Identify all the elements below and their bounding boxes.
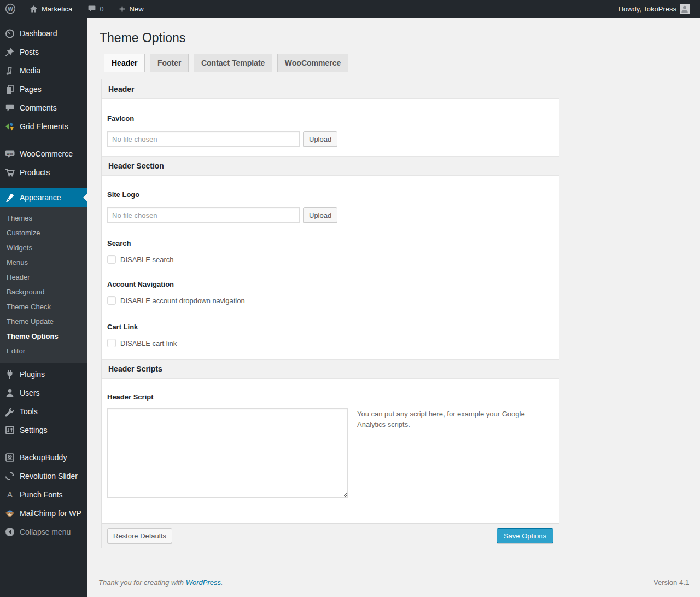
section-title: Header Section bbox=[108, 161, 164, 170]
sidebar-item-media[interactable]: Media bbox=[0, 61, 88, 80]
home-icon bbox=[29, 4, 38, 14]
restore-defaults-button[interactable]: Restore Defaults bbox=[107, 528, 172, 543]
section-title: Header bbox=[108, 85, 134, 94]
disable-cart-checkbox[interactable] bbox=[107, 339, 116, 347]
sidebar-item-woocommerce[interactable]: Woo WooCommerce bbox=[0, 144, 88, 163]
appearance-submenu: Themes Customize Widgets Menus Header Ba… bbox=[0, 207, 88, 363]
disable-account-checkbox[interactable] bbox=[107, 296, 116, 305]
submenu-item-themes[interactable]: Themes bbox=[0, 211, 88, 225]
submenu-item-header[interactable]: Header bbox=[0, 270, 88, 285]
tab-header[interactable]: Header bbox=[104, 54, 145, 72]
section-header-scripts-bar: Header Scripts bbox=[102, 359, 559, 379]
favicon-label: Favicon bbox=[107, 114, 553, 123]
submenu-item-theme-check[interactable]: Theme Check bbox=[0, 299, 88, 314]
new-content-menu[interactable]: New bbox=[113, 0, 149, 18]
sidebar-item-label: Collapse menu bbox=[20, 528, 71, 536]
disable-search-row: DISABLE search bbox=[107, 255, 553, 264]
submenu-label: Themes bbox=[7, 214, 32, 222]
section-header-section-bar: Header Section bbox=[102, 156, 559, 176]
sidebar-item-punch-fonts[interactable]: A Punch Fonts bbox=[0, 485, 88, 504]
comments-menu[interactable]: 0 bbox=[83, 0, 108, 18]
tab-contact-template[interactable]: Contact Template bbox=[194, 54, 272, 72]
submenu-label: Editor bbox=[7, 347, 25, 355]
sidebar-item-label: Users bbox=[20, 389, 40, 397]
backup-drive-icon bbox=[4, 452, 15, 463]
sidebar-item-revolution-slider[interactable]: Revolution Slider bbox=[0, 467, 88, 485]
submenu-item-theme-options[interactable]: Theme Options bbox=[0, 329, 88, 344]
site-logo-upload-button[interactable]: Upload bbox=[303, 207, 337, 223]
submenu-label: Widgets bbox=[7, 244, 32, 252]
woocommerce-badge-icon: Woo bbox=[4, 148, 15, 159]
comment-bubble-icon bbox=[88, 4, 96, 13]
sidebar-item-tools[interactable]: Tools bbox=[0, 402, 88, 421]
thanks-period: . bbox=[221, 578, 223, 587]
sidebar-item-label: Settings bbox=[20, 426, 48, 434]
sidebar-item-label: Products bbox=[20, 169, 50, 176]
submenu-label: Theme Check bbox=[7, 303, 51, 311]
sidebar-item-appearance[interactable]: Appearance bbox=[0, 188, 88, 207]
page-footer: Thank you for creating with WordPress. V… bbox=[98, 578, 689, 594]
cart-icon bbox=[4, 167, 15, 178]
submenu-item-menus[interactable]: Menus bbox=[0, 255, 88, 270]
sidebar-item-dashboard[interactable]: Dashboard bbox=[0, 24, 88, 43]
my-account-menu[interactable]: Howdy, TokoPress bbox=[614, 0, 695, 18]
settings-icon bbox=[4, 425, 15, 436]
sidebar-item-posts[interactable]: Posts bbox=[0, 43, 88, 61]
sidebar-item-plugins[interactable]: Plugins bbox=[0, 365, 88, 384]
theme-options-panel: Header Favicon Upload Header Section Sit… bbox=[101, 79, 559, 548]
tab-woocommerce[interactable]: WooCommerce bbox=[277, 54, 348, 72]
tab-footer[interactable]: Footer bbox=[150, 54, 189, 72]
circular-arrows-icon bbox=[4, 471, 15, 482]
menu-separator bbox=[0, 182, 88, 188]
disable-search-checkbox[interactable] bbox=[107, 255, 116, 264]
section-header-section-body: Site Logo Upload Search DISABLE search A… bbox=[102, 190, 559, 347]
disable-cart-label: DISABLE cart link bbox=[120, 339, 177, 347]
submenu-label: Theme Update bbox=[7, 317, 54, 326]
mailchimp-monkey-icon bbox=[4, 508, 15, 519]
submenu-label: Customize bbox=[7, 229, 40, 237]
dashboard-icon bbox=[4, 28, 15, 39]
plugin-icon bbox=[4, 369, 15, 380]
submenu-item-theme-update[interactable]: Theme Update bbox=[0, 314, 88, 329]
collapse-menu-button[interactable]: Collapse menu bbox=[0, 523, 88, 541]
sidebar-item-pages[interactable]: Pages bbox=[0, 80, 88, 98]
submenu-item-customize[interactable]: Customize bbox=[0, 225, 88, 240]
header-script-textarea[interactable] bbox=[107, 408, 348, 498]
theme-options-tabs: Header Footer Contact Template WooCommer… bbox=[98, 54, 689, 72]
sidebar-item-comments[interactable]: Comments bbox=[0, 98, 88, 117]
avatar bbox=[680, 4, 690, 14]
sidebar-item-label: Grid Elements bbox=[20, 123, 68, 130]
version-label: Version 4.1 bbox=[654, 578, 689, 587]
media-icon bbox=[4, 65, 15, 76]
wordpress-logo-menu[interactable]: W bbox=[0, 0, 21, 18]
sidebar-item-products[interactable]: Products bbox=[0, 163, 88, 182]
sidebar-item-label: BackupBuddy bbox=[20, 454, 67, 461]
site-logo-input[interactable] bbox=[107, 207, 300, 223]
grid-elements-icon bbox=[4, 121, 15, 132]
footer-thanks: Thank you for creating with WordPress. bbox=[98, 578, 223, 587]
submenu-label: Background bbox=[7, 288, 44, 296]
site-logo-upload-row: Upload bbox=[107, 207, 553, 223]
sidebar-item-grid-elements[interactable]: Grid Elements bbox=[0, 117, 88, 136]
admin-bar: W Marketica 0 bbox=[0, 0, 700, 18]
header-script-help: You can put any script here, for example… bbox=[357, 408, 527, 498]
save-options-button[interactable]: Save Options bbox=[497, 528, 553, 543]
site-logo-label: Site Logo bbox=[107, 190, 553, 199]
sidebar-item-label: MailChimp for WP bbox=[20, 509, 81, 517]
favicon-input[interactable] bbox=[107, 131, 300, 147]
comments-icon bbox=[4, 102, 15, 113]
submenu-item-background[interactable]: Background bbox=[0, 285, 88, 299]
new-label: New bbox=[130, 5, 144, 13]
sidebar-item-settings[interactable]: Settings bbox=[0, 421, 88, 439]
submenu-item-editor[interactable]: Editor bbox=[0, 344, 88, 358]
favicon-upload-button[interactable]: Upload bbox=[303, 131, 337, 147]
page-title: Theme Options bbox=[100, 30, 689, 46]
sidebar-item-users[interactable]: Users bbox=[0, 384, 88, 402]
submenu-item-widgets[interactable]: Widgets bbox=[0, 240, 88, 255]
header-script-label: Header Script bbox=[107, 393, 553, 401]
site-name-menu[interactable]: Marketica bbox=[24, 0, 77, 18]
sidebar-item-mailchimp[interactable]: MailChimp for WP bbox=[0, 504, 88, 523]
search-label: Search bbox=[107, 239, 553, 247]
sidebar-item-backupbuddy[interactable]: BackupBuddy bbox=[0, 448, 88, 467]
wordpress-link[interactable]: WordPress bbox=[186, 578, 221, 587]
